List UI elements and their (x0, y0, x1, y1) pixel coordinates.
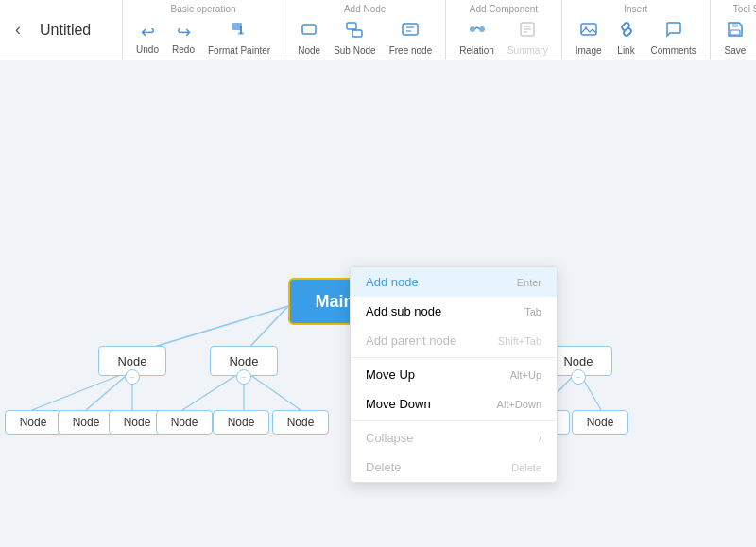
format-painter-button[interactable]: Format Painter (202, 16, 276, 60)
insert-buttons: Image Link Comments (570, 16, 702, 60)
move-down-shortcut: Alt+Down (497, 399, 541, 410)
insert-label: Insert (570, 4, 702, 14)
collapse-shortcut: / (539, 433, 541, 444)
link-icon (617, 20, 636, 43)
comments-label: Comments (651, 45, 696, 56)
svg-line-37 (244, 370, 301, 410)
leaf-node-4[interactable]: Node (156, 410, 213, 435)
leaf-node-2[interactable]: Node (58, 410, 114, 435)
context-menu-add-node[interactable]: Add node Enter (351, 267, 557, 297)
svg-rect-7 (403, 24, 418, 35)
level1-right-far-label: Node (563, 354, 593, 368)
basic-operation-group: Basic operation ↩ Undo ↪ Redo Format Pai… (123, 0, 284, 60)
image-label: Image (576, 45, 602, 56)
add-sub-node-shortcut: Tab (524, 306, 541, 317)
collapse-right-far[interactable]: − (571, 369, 586, 385)
image-button[interactable]: Image (570, 16, 608, 60)
relation-button[interactable]: Relation (454, 16, 500, 60)
summary-icon (518, 20, 537, 43)
format-painter-label: Format Painter (208, 45, 270, 56)
context-menu-move-up[interactable]: Move Up Alt+Up (351, 360, 557, 389)
relation-icon (468, 20, 487, 43)
level1-left-far[interactable]: Node − (98, 346, 166, 376)
level1-left-far-label: Node (117, 354, 146, 368)
leaf-node-6[interactable]: Node (272, 410, 329, 435)
add-node-group: Add Node Node Sub Node Free node (284, 0, 446, 60)
context-menu-collapse[interactable]: Collapse / (351, 423, 557, 453)
add-component-group: Add Component Relation Summary (446, 0, 562, 60)
move-up-text: Move Up (366, 368, 415, 382)
leaf-node-5[interactable]: Node (213, 410, 269, 435)
redo-button[interactable]: ↪ Redo (166, 18, 200, 59)
link-button[interactable]: Link (610, 16, 644, 60)
add-node-text: Add node (366, 275, 419, 289)
save-label: Save (724, 45, 746, 56)
move-down-text: Move Down (366, 397, 431, 411)
sub-node-icon (345, 20, 364, 43)
node-button[interactable]: Node (292, 16, 326, 60)
undo-label: Undo (136, 44, 159, 55)
context-menu-add-sub-node[interactable]: Add sub node Tab (351, 297, 557, 326)
comments-icon (664, 20, 683, 43)
add-component-buttons: Relation Summary (454, 16, 554, 60)
svg-line-32 (32, 370, 132, 410)
context-menu-move-down[interactable]: Move Down Alt+Down (351, 389, 557, 419)
tool-settings-group: Tool Settings Save Collapse (711, 0, 756, 60)
comments-button[interactable]: Comments (645, 16, 702, 60)
svg-rect-16 (581, 24, 596, 35)
sub-node-button[interactable]: Sub Node (328, 16, 381, 60)
free-node-icon (401, 20, 420, 43)
link-label: Link (617, 45, 634, 56)
leaf-node-1[interactable]: Node (5, 410, 61, 435)
redo-icon: ↪ (177, 22, 191, 43)
add-sub-node-text: Add sub node (366, 304, 441, 318)
summary-button[interactable]: Summary (502, 16, 554, 60)
collapse-left-far[interactable]: − (125, 369, 140, 385)
undo-icon: ↩ (141, 22, 155, 43)
svg-rect-2 (238, 32, 244, 35)
delete-shortcut: Delete (511, 462, 541, 473)
level1-left-mid-label: Node (229, 354, 258, 368)
collapse-left-mid[interactable]: − (236, 369, 251, 385)
node-label: Node (298, 45, 320, 56)
collapse-text: Collapse (366, 431, 414, 445)
context-menu-add-parent-node[interactable]: Add parent node Shift+Tab (351, 326, 557, 355)
svg-point-10 (470, 26, 475, 32)
add-parent-node-shortcut: Shift+Tab (498, 335, 541, 347)
tool-settings-label: Tool Settings (718, 4, 756, 14)
level1-left-mid[interactable]: Node − (210, 346, 278, 376)
insert-group: Insert Image Link Comments (562, 0, 711, 60)
relation-label: Relation (459, 45, 494, 56)
add-node-shortcut: Enter (517, 277, 541, 288)
back-button[interactable]: ‹ (8, 0, 28, 60)
svg-rect-5 (352, 30, 362, 37)
document-title[interactable]: Untitled (28, 0, 123, 60)
svg-rect-3 (302, 25, 316, 34)
context-menu: Add node Enter Add sub node Tab Add pare… (350, 266, 558, 483)
tool-settings-buttons: Save Collapse (718, 16, 756, 60)
leaf-node-10[interactable]: Node (572, 410, 628, 435)
image-icon (579, 20, 598, 43)
summary-label: Summary (507, 45, 548, 56)
free-node-label: Free node (389, 45, 433, 56)
divider-1 (351, 357, 557, 358)
add-node-buttons: Node Sub Node Free node (292, 16, 438, 60)
basic-operation-buttons: ↩ Undo ↪ Redo Format Painter (130, 16, 276, 60)
move-up-shortcut: Alt+Up (510, 369, 541, 381)
save-icon (726, 20, 745, 43)
svg-rect-19 (730, 30, 740, 35)
basic-operation-label: Basic operation (130, 4, 276, 14)
node-icon (300, 20, 318, 43)
svg-line-35 (182, 370, 244, 410)
undo-button[interactable]: ↩ Undo (130, 18, 164, 59)
free-node-button[interactable]: Free node (384, 16, 438, 60)
save-button[interactable]: Save (718, 16, 752, 60)
divider-2 (351, 420, 557, 421)
sub-node-label: Sub Node (334, 45, 375, 56)
toolbar: ‹ Untitled Basic operation ↩ Undo ↪ Redo… (0, 0, 756, 60)
canvas: Main Node Node − Node − Node − Node − No… (0, 60, 756, 547)
format-painter-icon (230, 20, 249, 43)
context-menu-delete[interactable]: Delete Delete (351, 453, 557, 482)
add-parent-node-text: Add parent node (366, 333, 456, 348)
add-node-label: Add Node (292, 4, 438, 14)
